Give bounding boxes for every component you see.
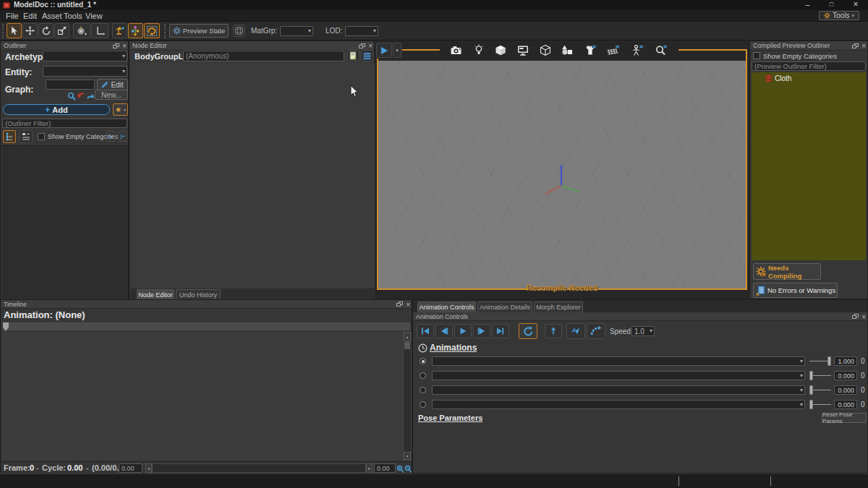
tools-menu-button[interactable]: Tools ▾: [819, 11, 859, 20]
preview-state-button[interactable]: Preview State: [169, 24, 229, 38]
hscroll-left-button[interactable]: ◂: [145, 463, 152, 473]
list-view-mode-button[interactable]: [20, 130, 33, 143]
wireframe-cube-icon[interactable]: [539, 44, 552, 59]
menu-asset[interactable]: Asset: [42, 12, 62, 20]
graph-apply-arrow-icon[interactable]: [86, 90, 95, 103]
expand-all-button[interactable]: |+: [118, 131, 127, 142]
minimize-button[interactable]: –: [796, 0, 820, 10]
animation-weight-input[interactable]: [834, 356, 857, 366]
animation-row-dropdown[interactable]: ▾: [432, 385, 805, 395]
play-preview-button[interactable]: [376, 43, 392, 58]
animations-header[interactable]: Animations: [430, 343, 477, 353]
root-motion-up-button[interactable]: [545, 324, 562, 338]
animation-row-radio[interactable]: [420, 401, 426, 408]
favorites-button[interactable]: ★ ▾: [113, 103, 128, 116]
lod-dropdown[interactable]: ▾: [345, 26, 378, 36]
tab-morph-explorer[interactable]: Morph Explorer: [534, 301, 583, 312]
play-button[interactable]: [454, 324, 472, 338]
animation-weight-input[interactable]: [834, 385, 857, 395]
play-options-dropdown[interactable]: ▾: [393, 43, 401, 58]
animation-weight-input[interactable]: [834, 400, 857, 409]
animation-weight-slider[interactable]: [809, 385, 831, 395]
graph-new-button[interactable]: New...: [95, 90, 128, 100]
step-back-button[interactable]: [435, 324, 453, 338]
close-panel-icon[interactable]: ×: [861, 42, 866, 50]
range-end-input[interactable]: [374, 463, 396, 473]
float-panel-icon[interactable]: [396, 301, 403, 307]
toolbar-grip[interactable]: [2, 24, 5, 38]
screenshot-camera-icon[interactable]: [450, 44, 463, 59]
move-tool-button[interactable]: [22, 23, 38, 38]
reset-pose-params-button[interactable]: Reset Pose Params: [822, 413, 867, 423]
cloth-shirt-eye-icon[interactable]: [583, 44, 597, 59]
menu-edit[interactable]: Edit: [23, 12, 37, 20]
motion-path-button[interactable]: [587, 323, 605, 339]
entity-dropdown[interactable]: ▾: [43, 66, 127, 77]
no-errors-button[interactable]: No Errors or Warnings: [753, 283, 838, 298]
animation-row-radio[interactable]: [420, 372, 426, 379]
scroll-down-button[interactable]: ▾: [404, 452, 411, 460]
menu-view[interactable]: View: [85, 12, 103, 20]
preview-show-empty-checkbox[interactable]: [753, 52, 760, 59]
archetype-dropdown[interactable]: ▾: [43, 51, 127, 61]
solid-cube-icon[interactable]: [494, 44, 507, 59]
animation-row-dropdown[interactable]: ▾: [432, 400, 805, 409]
range-start-input[interactable]: [119, 463, 142, 473]
timeline-vscrollbar[interactable]: ▴ ▾: [403, 332, 412, 461]
tree-item-cloth[interactable]: Cloth: [752, 74, 866, 83]
outliner-tree-area[interactable]: [1, 145, 128, 300]
menu-file[interactable]: File: [6, 12, 19, 20]
motion-extraction-button[interactable]: [566, 323, 585, 339]
axis-tool-button[interactable]: [91, 23, 109, 38]
playhead-marker[interactable]: [3, 322, 9, 331]
graph-revert-arrow-icon[interactable]: [77, 90, 85, 103]
node-name-input[interactable]: [183, 51, 344, 61]
float-panel-icon[interactable]: [852, 314, 859, 320]
animation-row-dropdown[interactable]: ▾: [432, 371, 805, 380]
matgrp-dropdown[interactable]: ▾: [280, 26, 313, 36]
graph-input[interactable]: [46, 80, 95, 90]
skip-to-end-button[interactable]: [492, 324, 509, 338]
inspect-magnifier-eye-icon[interactable]: [654, 44, 668, 59]
needs-compiling-button[interactable]: Needs Compiling: [753, 263, 821, 280]
select-tool-button[interactable]: [7, 23, 22, 38]
step-forward-button[interactable]: [473, 324, 490, 338]
tab-animation-details[interactable]: Animation Details: [477, 301, 532, 312]
matgroup-dice-button[interactable]: [233, 25, 245, 37]
graph-edit-button[interactable]: Edit: [97, 79, 128, 90]
pose-parameters-header[interactable]: Pose Parameters: [418, 414, 482, 422]
node-list-button[interactable]: [361, 50, 373, 61]
animation-weight-slider[interactable]: [809, 356, 831, 366]
node-tree-toggle-button[interactable]: [128, 23, 143, 38]
rotate-tool-button[interactable]: [38, 23, 54, 38]
animation-row-radio[interactable]: [420, 387, 426, 393]
scene-lamp-button[interactable]: [112, 23, 127, 38]
float-panel-icon[interactable]: [359, 43, 365, 49]
timeline-ruler[interactable]: [2, 322, 411, 331]
animation-row-dropdown[interactable]: ▾: [432, 356, 805, 366]
skeleton-eye-icon[interactable]: [630, 44, 644, 59]
timeline-track-area[interactable]: [2, 332, 403, 461]
node-graph-canvas[interactable]: [130, 63, 375, 288]
vscroll-thumb[interactable]: [404, 341, 410, 349]
add-button[interactable]: + Add: [3, 104, 110, 115]
pivot-sphere-tool-button[interactable]: [73, 23, 90, 38]
hscroll-right-button[interactable]: ▸: [366, 463, 373, 473]
scale-tool-button[interactable]: [54, 23, 69, 38]
maximize-button[interactable]: □: [820, 0, 843, 10]
tab-undo-history[interactable]: Undo History: [176, 289, 221, 300]
auto-recompile-toggle-button[interactable]: [144, 23, 160, 38]
skip-to-start-button[interactable]: [417, 324, 434, 338]
close-panel-icon[interactable]: ×: [368, 42, 373, 50]
close-panel-icon[interactable]: ×: [406, 301, 410, 309]
tab-node-editor[interactable]: Node Editor: [137, 289, 174, 300]
speed-dropdown[interactable]: 1.0 ▾: [631, 326, 655, 336]
show-empty-categories-checkbox[interactable]: [38, 133, 45, 140]
timeline-hscrollbar[interactable]: [152, 463, 366, 473]
menu-tools[interactable]: Tools: [64, 12, 82, 20]
simulation-grid-eye-icon[interactable]: [606, 44, 621, 59]
outliner-filter-input[interactable]: [2, 119, 127, 128]
graph-search-icon[interactable]: [67, 90, 76, 103]
animation-weight-slider[interactable]: [809, 400, 831, 409]
tab-animation-controls[interactable]: Animation Controls: [417, 301, 476, 312]
